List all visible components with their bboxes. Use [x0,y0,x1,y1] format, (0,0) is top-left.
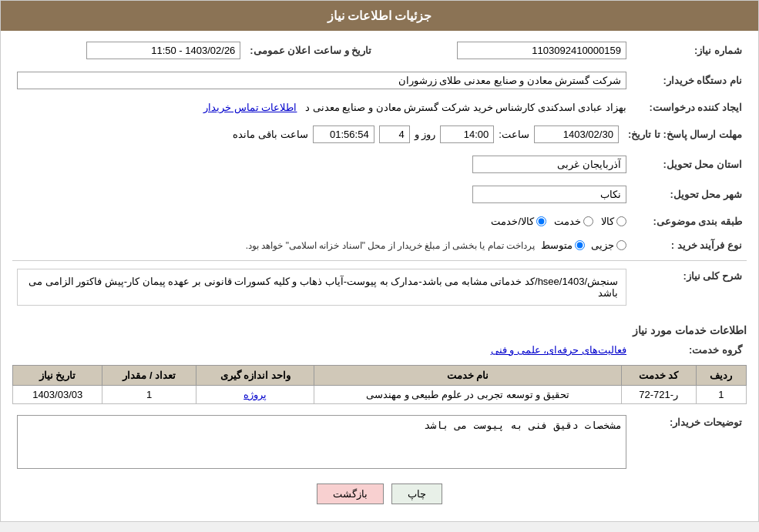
page-wrapper: جزئیات اطلاعات نیاز شماره نیاز: 11030924… [0,0,759,522]
shahr-value-cell: نکاب [12,182,631,206]
col-radif: ردیف [696,366,746,386]
name-dastgah-label: نام دستگاه خریدار: [631,69,747,92]
ostan-box: آذربایجان غربی [472,156,626,173]
shahr-label: شهر محل تحویل: [631,182,747,206]
tabaqa-row: کالا خدمت کالا/خدمت [12,212,631,230]
khadamat-section-title: اطلاعات خدمات مورد نیاز [12,324,747,336]
goroh-khadamat-label: گروه خدمت: [631,341,747,359]
tabaqa-khadamat-item: خدمت [554,216,593,227]
page-title: جزئیات اطلاعات نیاز [327,9,432,22]
process-jazee-item: جزیی [591,239,626,251]
shomara-niaz-value: 1103092410000159 [376,38,631,62]
sharh-label: شرح کلی نیاز: [631,266,747,316]
date-time-box: 1403/02/26 - 11:50 [86,42,240,59]
goroh-khadamat-value-cell: فعالیت‌های حرفه‌ای، علمی و فنی [12,341,631,359]
mohlat-label: مهلت ارسال پاسخ: تا تاریخ: [623,122,747,146]
ostan-table: استان محل تحویل: آذربایجان غربی [12,152,747,176]
mohlat-ruz-box: 4 [379,125,410,143]
sharh-table: شرح کلی نیاز: سنجش/1403/hsee/کد خدماتی م… [12,266,747,316]
tawsif-table: توضیحات خریدار: [12,412,747,474]
mohlat-date-box: 1403/02/30 [534,125,619,143]
tawsif-label: توضیحات خریدار: [631,412,747,474]
tabaqa-table: طبقه بندی موضوعی: کالا خدمت [12,212,747,230]
tabaqa-kala-radio[interactable] [616,216,626,226]
col-tarikh: تاریخ نیاز [13,366,102,386]
tabaqa-kala-khadamat-label: کالا/خدمت [491,216,534,227]
process-motosat-label: متوسط [541,239,573,251]
ijad-label: ایجاد کننده درخواست: [631,99,747,116]
sharh-box: سنجش/1403/hsee/کد خدماتی مشابه می باشد-م… [17,269,626,306]
process-jazee-label: جزیی [591,239,614,251]
sharh-value-cell: سنجش/1403/hsee/کد خدماتی مشابه می باشد-م… [12,266,631,316]
back-button[interactable]: بازگشت [317,483,384,504]
col-vahed: واحد اندازه گیری [196,366,314,386]
header-info-table: شماره نیاز: 1103092410000159 تاریخ و ساع… [12,38,747,62]
tawsif-value-cell [12,412,631,474]
tabaqa-khadamat-label: خدمت [554,216,581,227]
date-time-value: 1403/02/26 - 11:50 [12,38,245,62]
tabaqa-kala-item: کالا [601,216,626,227]
mohlat-ruz-label: روز و [415,129,436,140]
process-row: جزیی متوسط پرداخت تمام یا بخشی از مبلغ خ… [12,236,631,254]
ostan-value-cell: آذربایجان غربی [12,152,631,176]
process-label: نوع فرآیند خرید : [631,236,747,254]
button-row: چاپ بازگشت [12,483,747,504]
mohlat-row: 1403/02/30 ساعت: 14:00 روز و 4 01:56:54 [12,122,623,146]
name-dastgah-box: شرکت گسترش معادن و صنایع معدنی طلای زرشو… [17,72,626,89]
table-row: 1ر-721-72تحقیق و توسعه تجربی در علوم طبی… [13,386,747,404]
page-header: جزئیات اطلاعات نیاز [1,1,758,31]
mohlat-saat-box: 14:00 [440,125,494,143]
divider-1 [12,260,747,261]
tabaqa-khadamat-radio[interactable] [583,216,593,226]
ijad-table: ایجاد کننده درخواست: بهزاد عبادی اسدکندی… [12,99,747,116]
process-table: نوع فرآیند خرید : جزیی متوسط پرداخت تمام… [12,236,747,254]
process-jazee-radio[interactable] [616,240,626,250]
mohlat-saat-label: ساعت: [499,129,529,140]
tabaqa-kala-khadamat-radio[interactable] [536,216,546,226]
col-name: نام خدمت [314,366,621,386]
ijad-value-cell: بهزاد عبادی اسدکندی کارشناس خرید شرکت گس… [12,99,631,116]
services-table: ردیف کد خدمت نام خدمت واحد اندازه گیری ت… [12,365,747,404]
goroh-khadamat-link[interactable]: فعالیت‌های حرفه‌ای، علمی و فنی [491,344,626,356]
mohlat-table: مهلت ارسال پاسخ: تا تاریخ: 1403/02/30 سا… [12,122,747,146]
tawsif-textarea[interactable] [17,415,626,469]
tabaqa-kala-label: کالا [601,216,614,227]
process-motosat-radio[interactable] [575,240,585,250]
name-dastgah-table: نام دستگاه خریدار: شرکت گسترش معادن و صن… [12,69,747,92]
col-kod: کد خدمت [621,366,696,386]
shahr-table: شهر محل تحویل: نکاب [12,182,747,206]
shomara-niaz-box: 1103092410000159 [457,42,626,59]
col-tedad: تعداد / مقدار [102,366,196,386]
mohlat-remaining-label: ساعت باقی مانده [233,129,307,140]
process-motosat-item: متوسط [541,239,585,251]
goroh-khadamat-table: گروه خدمت: فعالیت‌های حرفه‌ای، علمی و فن… [12,341,747,359]
print-button[interactable]: چاپ [391,483,442,504]
mohlat-remaining-box: 01:56:54 [313,125,374,143]
tabaqa-kala-khadamat-item: کالا/خدمت [491,216,546,227]
ostan-label: استان محل تحویل: [631,152,747,176]
shahr-box: نکاب [472,186,626,203]
shomara-niaz-label: شماره نیاز: [631,38,747,62]
process-note: پرداخت تمام یا بخشی از مبلغ خریدار از مح… [246,240,535,251]
content: شماره نیاز: 1103092410000159 تاریخ و ساع… [1,31,758,521]
name-dastgah-value-cell: شرکت گسترش معادن و صنایع معدنی طلای زرشو… [12,69,631,92]
tabaqa-label: طبقه بندی موضوعی: [631,212,747,230]
date-time-label: تاریخ و ساعت اعلان عمومی: [245,38,376,62]
aطلاعات-link[interactable]: اطلاعات تماس خریدار [203,102,297,113]
